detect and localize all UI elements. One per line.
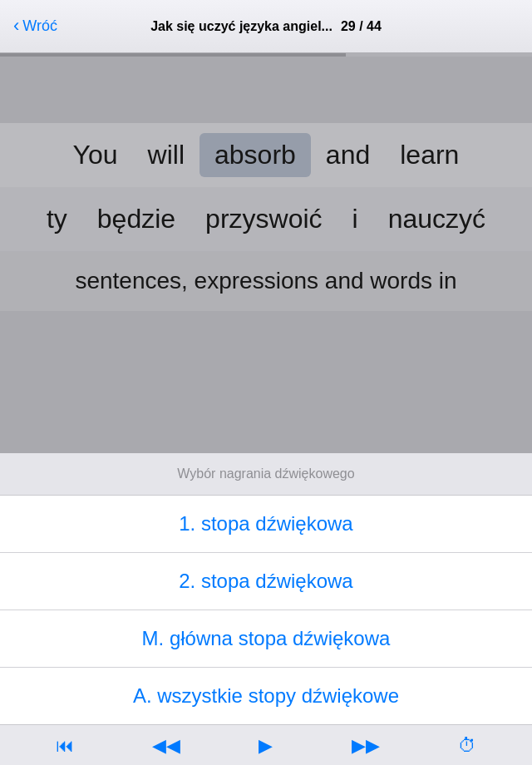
popup-item-2-label: 2. stopa dźwiękowa: [179, 570, 352, 592]
popup-item-a-label: A. wszystkie stopy dźwiękowe: [133, 684, 399, 707]
back-label: Wróć: [22, 17, 57, 35]
popup-sheet: Wybór nagrania dźwiękowego 1. stopa dźwi…: [0, 453, 532, 765]
back-chevron-icon: ‹: [13, 17, 19, 35]
toolbar-icon-1: ⏮: [56, 735, 74, 757]
toolbar-icon-5: ⏱: [458, 735, 476, 757]
popup-item-2[interactable]: 2. stopa dźwiękowa: [0, 553, 532, 610]
popup-overlay: Wybór nagrania dźwiękowego 1. stopa dźwi…: [0, 57, 532, 765]
nav-page-count: 29 / 44: [341, 19, 382, 34]
popup-item-1[interactable]: 1. stopa dźwiękowa: [0, 496, 532, 553]
back-button[interactable]: ‹ Wróć: [13, 17, 57, 35]
popup-item-1-label: 1. stopa dźwiękowa: [179, 512, 352, 535]
nav-title-text: Jak się uczyć języka angiel...: [150, 19, 332, 34]
nav-title-group: Jak się uczyć języka angiel... 29 / 44: [150, 19, 382, 34]
toolbar-icon-3: ▶: [259, 735, 273, 757]
popup-item-m[interactable]: M. główna stopa dźwiękowa: [0, 610, 532, 668]
bottom-toolbar: ⏮ ◀◀ ▶ ▶▶ ⏱: [0, 724, 532, 765]
page-wrapper: You will absorb and learn ty będzie przy…: [0, 57, 532, 311]
toolbar-icon-4: ▶▶: [352, 735, 380, 757]
toolbar-icon-2: ◀◀: [152, 735, 180, 757]
popup-title: Wybór nagrania dźwiękowego: [177, 466, 354, 481]
popup-item-a[interactable]: A. wszystkie stopy dźwiękowe: [0, 668, 532, 724]
popup-header: Wybór nagrania dźwiękowego: [0, 453, 532, 496]
navigation-bar: ‹ Wróć Jak się uczyć języka angiel... 29…: [0, 0, 532, 53]
popup-item-m-label: M. główna stopa dźwiękowa: [142, 627, 391, 649]
